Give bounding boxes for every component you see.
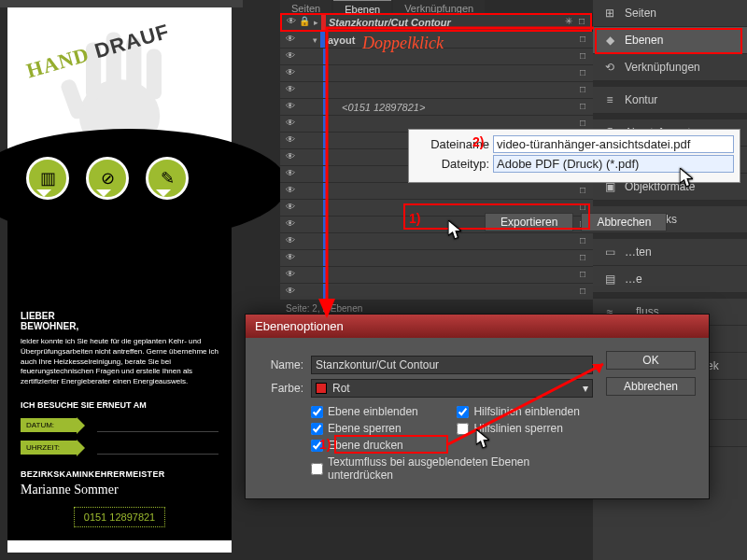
visibility-icon[interactable]: 👁 [284, 269, 297, 282]
visibility-icon[interactable]: 👁 [284, 218, 297, 231]
dock-item-verknpfungen[interactable]: ⟲Verknüpfungen [593, 54, 747, 81]
flyer-phone: 0151 12897821 [74, 507, 165, 527]
visibility-icon[interactable]: 👁 [284, 202, 297, 215]
dock-item-ten[interactable]: ▭…ten [593, 239, 747, 266]
visibility-icon[interactable]: 👁 [284, 252, 297, 265]
disclosure-icon[interactable]: ▾ [313, 35, 317, 45]
dock-label: Verknüpfungen [625, 61, 700, 74]
visibility-icon[interactable]: 👁 [284, 84, 297, 97]
visibility-icon[interactable]: 👁 [284, 134, 297, 147]
visibility-icon[interactable]: 👁 [284, 235, 297, 248]
panel-icon: ▭ [602, 245, 617, 259]
layer-row-layout[interactable]: 👁 ▾ ayout □ [280, 32, 593, 49]
layer-item[interactable]: 👁 □ [280, 49, 593, 65]
dlg-name-input[interactable] [311, 356, 593, 374]
layer-options-dialog: Ebenenoptionen Name: Farbe: Rot ▾ Ebene … [245, 314, 710, 499]
layer-item-label: <0151 12897821> [342, 102, 425, 113]
layer-item[interactable]: 👁 □ [280, 183, 593, 200]
chk-show-guides[interactable]: Hilfslinien einblenden [457, 405, 593, 418]
cursor-icon [680, 168, 693, 185]
layer-item[interactable]: 👁 □ [280, 82, 593, 99]
panel-icon: ◆ [602, 34, 617, 47]
visibility-icon[interactable]: 👁 [284, 168, 297, 181]
visibility-icon[interactable]: 👁 [284, 185, 297, 198]
flyer-body: leider konnte ich Sie heute für die gepl… [21, 337, 218, 387]
brush-icon: ✎ [146, 157, 189, 200]
layer-item[interactable]: 👁 □ [280, 267, 593, 284]
visibility-icon[interactable]: 👁 [284, 118, 297, 131]
dlg-color-select[interactable]: Rot ▾ [311, 379, 593, 398]
dock-label: …e [625, 273, 642, 286]
layer-item[interactable]: 👁 □ [280, 233, 593, 250]
dock-label: Ebenen [625, 34, 663, 47]
pen-icon[interactable]: ✳ [562, 16, 575, 29]
svg-rect-4 [147, 49, 162, 100]
export-button[interactable]: Exportieren [485, 213, 573, 231]
flyer-profession: BEZIRKSKAMINKEHRERMEISTER [21, 469, 218, 479]
visibility-icon[interactable]: 👁 [284, 151, 297, 164]
disclosure-icon[interactable]: ▸ [314, 18, 318, 27]
canvas-area: HAND DRAUF ▥ ⊘ ✎ LIEBERBEWOHNER, leider … [0, 0, 243, 560]
ruler [0, 0, 243, 7]
chevron-down-icon: ▾ [583, 382, 588, 395]
visibility-icon[interactable]: 👁 [284, 50, 297, 63]
chk-lock-layer[interactable]: Ebene sperren [311, 422, 436, 435]
export-filetype-select[interactable]: Adobe PDF (Druck) (*.pdf) [493, 155, 734, 173]
dlg-name-label: Name: [259, 358, 303, 371]
export-filetype-label: Dateityp: [415, 157, 489, 171]
chimney-icon: ▥ [26, 157, 69, 200]
dock-label: Kontur [625, 93, 657, 106]
cursor-icon [448, 220, 461, 237]
visibility-icon[interactable]: 👁 [284, 101, 297, 114]
lock-icon[interactable]: 🔒 [298, 16, 311, 29]
flyer-artboard: HAND DRAUF ▥ ⊘ ✎ LIEBERBEWOHNER, leider … [7, 7, 232, 553]
export-filename-label: Dateiname [415, 137, 489, 151]
flyer-time-field: UHRZEIT: [21, 440, 218, 456]
export-filename-input[interactable]: video-türanhänger-ansichtsdatei.pdf [493, 135, 734, 153]
dock-item-kontur[interactable]: ≡Kontur [593, 87, 747, 114]
color-swatch-icon [316, 383, 327, 394]
dock-label: Seiten [625, 7, 656, 20]
dlg-cancel-button[interactable]: Abbrechen [606, 377, 696, 396]
dock-item-ebenen[interactable]: ◆Ebenen [593, 27, 747, 54]
chk-show-layer[interactable]: Ebene einblenden [311, 405, 436, 418]
visibility-icon[interactable]: 👁 [284, 34, 297, 47]
panel-icon: ▤ [602, 273, 617, 286]
dock-label: …ten [625, 245, 652, 259]
target-icon[interactable]: □ [575, 16, 588, 29]
flyer-badges: ▥ ⊘ ✎ [26, 157, 189, 200]
panel-icon: ⊞ [602, 7, 617, 20]
chk-print-layer[interactable]: Ebene drucken [311, 439, 436, 452]
dialog-title: Ebenenoptionen [246, 315, 709, 338]
cursor-icon [476, 429, 489, 446]
flyer-date-field: DATUM: [21, 417, 218, 434]
dlg-color-label: Farbe: [259, 382, 303, 395]
layer-item[interactable]: 👁 □ [280, 250, 593, 267]
dock-item-e[interactable]: ▤…e [593, 266, 747, 293]
layer-item[interactable]: 👁 <0151 12897821>□ [280, 99, 593, 116]
chk-textwrap[interactable]: Textumfluss bei ausgeblendeten Ebenen un… [311, 455, 593, 482]
flyer-visit-line: ICH BESUCHE SIE ERNEUT AM [21, 400, 218, 410]
export-cancel-button[interactable]: Abbrechen [581, 213, 667, 231]
svg-rect-5 [59, 77, 87, 120]
panel-icon: ≡ [602, 93, 617, 106]
flyer-name: Marianne Sommer [21, 483, 218, 497]
layer-item[interactable]: 👁 □ [280, 65, 593, 82]
dock-item-seiten[interactable]: ⊞Seiten [593, 0, 747, 27]
dlg-ok-button[interactable]: OK [606, 351, 696, 370]
visibility-icon[interactable]: 👁 [284, 286, 297, 299]
visibility-icon[interactable]: 👁 [285, 16, 298, 29]
layer-name: Stanzkontur/Cut Contour [329, 17, 562, 28]
connector-icon: ⊘ [86, 157, 129, 200]
layer-row-cutcontour[interactable]: 👁 🔒 ▸ Stanzkontur/Cut Contour ✳ □ [280, 13, 593, 32]
layer-item[interactable]: 👁 □ [280, 284, 593, 301]
panel-icon: ⟲ [602, 61, 617, 74]
visibility-icon[interactable]: 👁 [284, 67, 297, 80]
flyer-salutation: LIEBERBEWOHNER, [21, 311, 218, 331]
